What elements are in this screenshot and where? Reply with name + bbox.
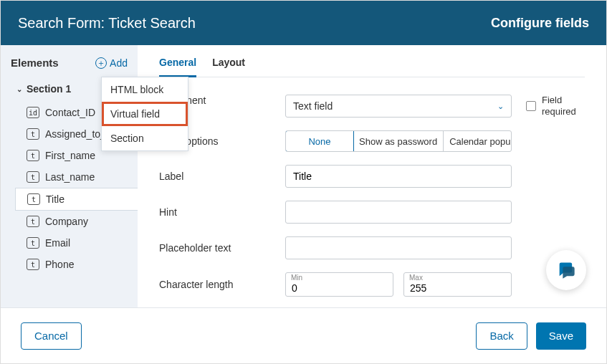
option-calendar-popup[interactable]: Calendar popup <box>444 131 512 151</box>
tabs: General Layout <box>159 57 585 77</box>
field-required-wrap: Field required <box>526 95 585 117</box>
row-hint: Hint <box>159 201 585 224</box>
option-none[interactable]: None <box>285 130 354 152</box>
main-panel: General Layout m element Text field ⌄ Fi… <box>138 45 606 307</box>
type-badge-icon: t <box>27 216 39 227</box>
field-required-checkbox[interactable] <box>526 101 536 111</box>
configure-fields-link[interactable]: Configure fields <box>491 16 589 31</box>
max-label: Max <box>409 274 423 282</box>
sidebar-item-label: Title <box>46 193 64 205</box>
row-char-length: Character length Min Max <box>159 272 585 297</box>
sidebar-item-phone[interactable]: tPhone <box>1 254 138 275</box>
label-hint: Hint <box>159 206 285 218</box>
sidebar-item-label: First_name <box>45 150 95 161</box>
sidebar-item-last-name[interactable]: tLast_name <box>1 166 138 188</box>
sidebar-item-label: Last_name <box>45 171 95 183</box>
row-label: Label <box>159 165 585 188</box>
sidebar-item-label: Company <box>45 216 88 227</box>
back-button[interactable]: Back <box>476 322 527 350</box>
hint-input[interactable] <box>285 201 512 224</box>
form-element-value: Text field <box>293 100 333 112</box>
option-show-as-password[interactable]: Show as password <box>353 131 444 151</box>
row-placeholder: Placeholder text <box>159 236 585 259</box>
min-label: Min <box>291 274 302 282</box>
add-button[interactable]: ＋ Add <box>95 57 128 69</box>
section-label: Section 1 <box>27 83 71 95</box>
sidebar-item-label: Contact_ID <box>45 107 95 118</box>
label-input[interactable] <box>285 165 512 188</box>
type-badge-icon: t <box>27 237 39 249</box>
dialog-footer: Cancel Back Save <box>1 307 606 363</box>
dialog-content: Elements ＋ Add ⌄ Section 1 idContact_IDt… <box>1 45 606 307</box>
row-form-element: m element Text field ⌄ Field required <box>159 95 585 118</box>
type-badge-icon: t <box>27 128 39 140</box>
tab-layout[interactable]: Layout <box>212 57 245 77</box>
add-menu-section[interactable]: Section <box>102 126 188 150</box>
type-badge-icon: t <box>27 171 39 183</box>
add-button-label: Add <box>110 57 128 69</box>
sidebar-item-email[interactable]: tEmail <box>1 232 138 254</box>
label-label: Label <box>159 171 285 182</box>
cancel-button[interactable]: Cancel <box>21 322 82 350</box>
sidebar-item-title[interactable]: tTitle <box>15 188 138 211</box>
save-button[interactable]: Save <box>536 322 586 350</box>
plus-circle-icon: ＋ <box>95 57 107 69</box>
row-text-field-options: t field options None Show as password Ca… <box>159 130 585 152</box>
text-field-options-group: None Show as password Calendar popup <box>285 130 512 152</box>
tab-general[interactable]: General <box>159 57 196 77</box>
min-box: Min <box>285 272 393 297</box>
chevron-down-icon: ⌄ <box>16 85 22 93</box>
max-box: Max <box>403 272 512 297</box>
elements-title: Elements <box>11 57 59 69</box>
sidebar-item-company[interactable]: tCompany <box>1 211 138 232</box>
add-menu-virtual-field[interactable]: Virtual field <box>102 102 188 126</box>
chevron-down-icon: ⌄ <box>497 102 504 111</box>
chat-fab[interactable] <box>546 250 586 290</box>
dialog-header: Search Form: Ticket Search Configure fie… <box>1 1 606 45</box>
sidebar-item-label: Phone <box>45 259 74 270</box>
add-dropdown-menu: HTML block Virtual field Section <box>101 77 188 151</box>
label-placeholder: Placeholder text <box>159 242 285 254</box>
dialog-title: Search Form: Ticket Search <box>18 15 196 32</box>
placeholder-input[interactable] <box>285 236 512 259</box>
type-badge-icon: t <box>27 193 40 205</box>
form-element-select[interactable]: Text field ⌄ <box>285 95 512 118</box>
type-badge-icon: t <box>27 259 39 270</box>
sidebar-item-label: Email <box>45 237 70 249</box>
type-badge-icon: id <box>27 107 39 118</box>
field-required-label: Field required <box>542 95 585 117</box>
label-char-length: Character length <box>159 279 285 290</box>
type-badge-icon: t <box>27 150 39 161</box>
add-menu-html-block[interactable]: HTML block <box>102 77 188 102</box>
sidebar-header: Elements ＋ Add <box>1 57 138 79</box>
chat-icon <box>556 260 576 280</box>
